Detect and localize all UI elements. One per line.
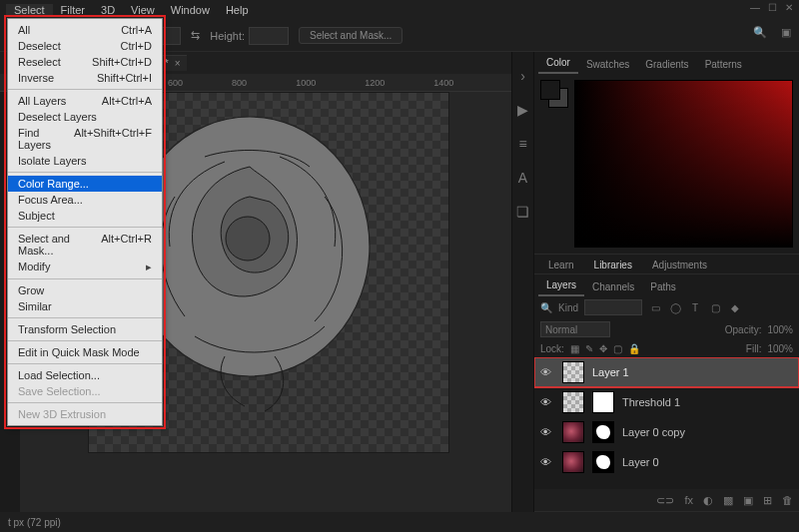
delete-icon[interactable]: 🗑 [782,494,793,506]
ruler-tick: 600 [168,78,183,88]
foreground-color-swatch[interactable] [540,80,560,100]
fill-value[interactable]: 100% [767,343,793,354]
fx-icon[interactable]: fx [684,494,693,506]
tab-learn[interactable]: Learn [538,256,584,274]
color-picker[interactable] [574,80,793,248]
layer-thumb[interactable] [562,361,584,383]
swap-icon[interactable]: ⇆ [191,29,200,42]
link-layers-icon[interactable]: ⊂⊃ [656,494,674,507]
tab-adjustments[interactable]: Adjustments [642,256,717,274]
layer-thumb[interactable] [562,421,584,443]
filter-adjust-icon[interactable]: ◯ [668,302,682,313]
visibility-icon[interactable]: 👁 [540,396,554,408]
blend-mode-dropdown[interactable]: Normal [540,321,610,337]
menu-item-similar[interactable]: Similar [8,298,162,314]
tab-libraries[interactable]: Libraries [584,256,642,274]
tab-swatches[interactable]: Swatches [578,55,637,74]
visibility-icon[interactable]: 👁 [540,456,554,468]
layer-thumb[interactable] [562,451,584,473]
layer-mask-thumb[interactable] [592,391,614,413]
menu-item-reselect[interactable]: ReselectShift+Ctrl+D [8,54,162,70]
group-icon[interactable]: ▣ [743,494,753,507]
visibility-icon[interactable]: 👁 [540,426,554,438]
layer-mask-thumb[interactable] [592,451,614,473]
visibility-icon[interactable]: 👁 [540,366,554,378]
menu-item-grow[interactable]: Grow [8,282,162,298]
close-icon[interactable]: ✕ [785,2,793,13]
menu-item-find-layers[interactable]: Find LayersAlt+Shift+Ctrl+F [8,125,162,153]
mask-icon[interactable]: ◐ [703,494,713,507]
expand-icon[interactable]: › [520,68,525,84]
menu-item-inverse[interactable]: InverseShift+Ctrl+I [8,70,162,86]
opacity-value[interactable]: 100% [767,324,793,335]
menu-item-deselect[interactable]: DeselectCtrl+D [8,38,162,54]
menu-item-color-range[interactable]: Color Range... [8,176,162,192]
tab-patterns[interactable]: Patterns [697,55,750,74]
layer-name[interactable]: Layer 1 [592,366,793,378]
filter-type-icon[interactable]: T [688,302,702,313]
close-tab-icon[interactable]: × [175,58,181,69]
menu-view[interactable]: View [123,4,163,16]
menu-item-isolate-layers[interactable]: Isolate Layers [8,153,162,169]
maximize-icon[interactable]: ☐ [768,2,777,13]
tab-gradients[interactable]: Gradients [637,55,696,74]
menu-item-modify[interactable]: Modify [8,259,162,275]
menubar: Select Filter 3D View Window Help [0,0,799,20]
menu-select[interactable]: Select [6,4,53,16]
new-layer-icon[interactable]: ⊞ [763,494,772,507]
mid-panel: Learn Libraries Adjustments [534,255,799,274]
layer-name[interactable]: Threshold 1 [622,396,793,408]
fg-bg-swatch[interactable] [540,80,568,108]
ruler-tick: 800 [232,78,247,88]
history-icon[interactable]: ≡ [518,136,526,152]
play-icon[interactable]: ▶ [517,102,528,118]
menu-window[interactable]: Window [163,4,218,16]
status-text: t px (72 ppi) [8,517,61,528]
layer-name[interactable]: Layer 0 copy [622,426,793,438]
menu-item-transform-selection[interactable]: Transform Selection [8,321,162,337]
layer-mask-thumb[interactable] [592,421,614,443]
filter-pixel-icon[interactable]: ▭ [648,302,662,313]
tab-channels[interactable]: Channels [584,277,642,296]
layer-row[interactable]: 👁 Layer 0 [534,447,799,477]
layer-row[interactable]: 👁 Layer 0 copy [534,417,799,447]
lock-all-icon[interactable]: 🔒 [628,343,640,354]
height-label: Height: [210,30,245,42]
select-and-mask-button[interactable]: Select and Mask... [299,27,402,44]
tab-layers[interactable]: Layers [538,275,584,296]
menu-item-edit-in-quick-mask-mode[interactable]: Edit in Quick Mask Mode [8,344,162,360]
layer-name[interactable]: Layer 0 [622,456,793,468]
fill-label: Fill: [746,343,762,354]
menu-item-select-and-mask[interactable]: Select and Mask...Alt+Ctrl+R [8,231,162,259]
menu-item-focus-area[interactable]: Focus Area... [8,192,162,208]
filter-shape-icon[interactable]: ▢ [708,302,722,313]
lock-artboard-icon[interactable]: ▢ [613,343,622,354]
type-icon[interactable]: A [518,170,527,186]
minimize-icon[interactable]: — [750,2,760,13]
layer-row[interactable]: 👁 Layer 1 [534,357,799,387]
window-controls: — ☐ ✕ [750,2,793,13]
lock-trans-icon[interactable]: ▦ [570,343,579,354]
layer-row[interactable]: 👁 Threshold 1 [534,387,799,417]
menu-item-load-selection[interactable]: Load Selection... [8,367,162,383]
filter-smart-icon[interactable]: ◆ [728,302,742,313]
menu-item-deselect-layers[interactable]: Deselect Layers [8,109,162,125]
panel-icon[interactable]: ❏ [516,204,529,220]
layer-thumb[interactable] [562,391,584,413]
menu-item-subject[interactable]: Subject [8,208,162,224]
height-input[interactable] [249,27,289,45]
lock-move-icon[interactable]: ✥ [599,343,607,354]
tab-color[interactable]: Color [538,53,578,74]
menu-filter[interactable]: Filter [53,4,93,16]
dock-strip: › ▶ ≡ A ❏ [511,52,533,512]
lock-paint-icon[interactable]: ✎ [585,343,593,354]
search-icon[interactable]: 🔍 [753,26,767,39]
workspace-icon[interactable]: ▣ [781,26,791,39]
menu-3d[interactable]: 3D [93,4,123,16]
menu-item-all[interactable]: AllCtrl+A [8,22,162,38]
adjustment-icon[interactable]: ▩ [723,494,733,507]
menu-help[interactable]: Help [218,4,257,16]
menu-item-all-layers[interactable]: All LayersAlt+Ctrl+A [8,93,162,109]
tab-paths[interactable]: Paths [642,277,684,296]
layer-filter-dropdown[interactable] [584,299,642,315]
